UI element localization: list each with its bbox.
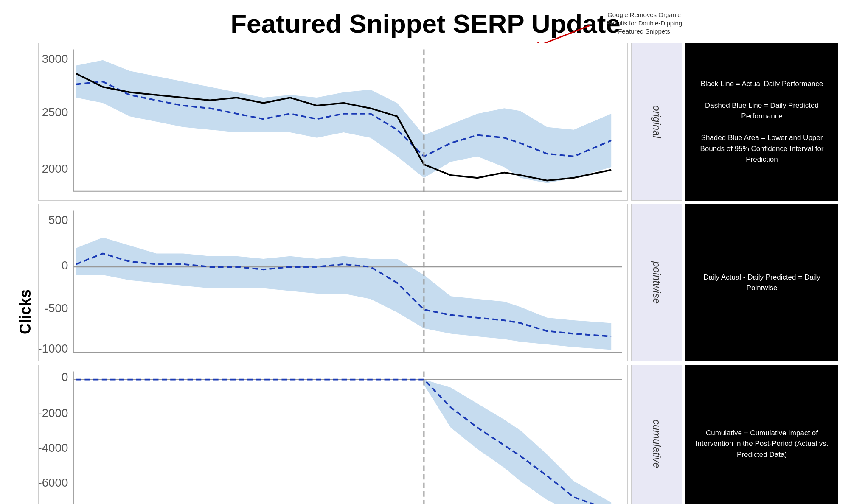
svg-text:-1000: -1000 — [39, 342, 68, 355]
original-legend-text: Black Line = Actual Daily PerformanceDas… — [692, 78, 832, 165]
original-legend-panel: Black Line = Actual Daily PerformanceDas… — [685, 43, 838, 201]
pointwise-chart-svg: 500 0 -500 -1000 — [39, 204, 627, 361]
pointwise-legend-panel: Daily Actual - Daily Predicted = Daily P… — [685, 204, 838, 362]
pointwise-chart-wrapper: 500 0 -500 -1000 — [38, 204, 628, 362]
svg-text:0: 0 — [62, 259, 68, 272]
main-container: Featured Snippet SERP Update Google Remo… — [0, 0, 851, 504]
pointwise-chart-row: 500 0 -500 -1000 — [38, 204, 838, 362]
confidence-band-pointwise — [76, 237, 611, 350]
svg-text:2000: 2000 — [42, 162, 68, 175]
annotation-area: Google Removes Organic Results for Doubl… — [605, 11, 683, 36]
svg-text:3000: 3000 — [42, 52, 68, 65]
charts-column: 3000 2500 2000 — [38, 43, 838, 504]
svg-text:500: 500 — [48, 213, 68, 227]
cumulative-label: cumulative — [651, 420, 663, 468]
original-label: original — [651, 105, 663, 138]
original-label-panel: original — [631, 43, 682, 201]
title-row: Featured Snippet SERP Update Google Remo… — [13, 8, 838, 39]
pointwise-label: pointwise — [651, 261, 663, 304]
charts-area: Clicks 3000 2500 2000 — [13, 43, 838, 504]
cumulative-legend-text: Cumulative = Cumulative Impact of Interv… — [692, 428, 832, 460]
confidence-band-original — [76, 60, 611, 183]
svg-text:2500: 2500 — [42, 106, 68, 119]
pointwise-label-panel: pointwise — [631, 204, 682, 362]
original-chart-svg: 3000 2500 2000 — [39, 43, 627, 200]
svg-text:-4000: -4000 — [39, 441, 68, 454]
svg-text:-6000: -6000 — [39, 476, 68, 489]
cumulative-chart-wrapper: 0 -2000 -4000 -6000 -8000 — [38, 365, 628, 504]
pointwise-legend-text: Daily Actual - Daily Predicted = Daily P… — [692, 272, 832, 294]
original-chart-wrapper: 3000 2500 2000 — [38, 43, 628, 201]
svg-text:-2000: -2000 — [39, 406, 68, 420]
svg-text:-500: -500 — [45, 302, 68, 315]
original-chart-row: 3000 2500 2000 — [38, 43, 838, 201]
cumulative-chart-row: 0 -2000 -4000 -6000 -8000 — [38, 365, 838, 504]
annotation-text: Google Removes Organic Results for Doubl… — [605, 11, 683, 36]
cumulative-legend-panel: Cumulative = Cumulative Impact of Interv… — [685, 365, 838, 504]
y-axis-label-container: Clicks — [13, 43, 38, 504]
confidence-band-cumulative — [424, 380, 611, 504]
svg-text:0: 0 — [62, 371, 68, 384]
y-axis-label: Clicks — [17, 289, 34, 334]
cumulative-label-panel: cumulative — [631, 365, 682, 504]
cumulative-chart-svg: 0 -2000 -4000 -6000 -8000 — [39, 365, 627, 504]
